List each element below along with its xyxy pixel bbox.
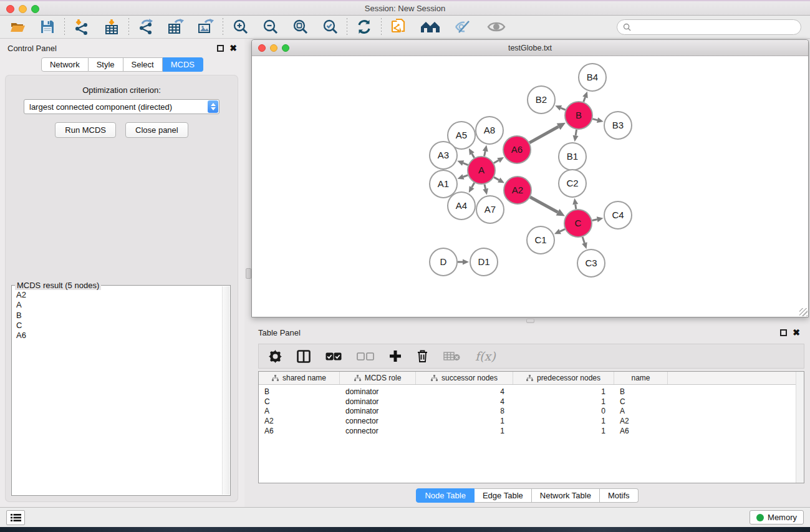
tab-mcds[interactable]: MCDS	[163, 57, 203, 72]
zoom-fit-icon[interactable]	[291, 18, 309, 36]
cell-shared-name[interactable]: A	[259, 407, 340, 415]
cell-successor-nodes[interactable]: 1	[416, 417, 513, 425]
mcds-result-item[interactable]: A6	[16, 331, 230, 341]
graph-edge-B-B4[interactable]	[584, 97, 586, 102]
table-scrollbar[interactable]	[796, 372, 804, 483]
memory-button[interactable]: Memory	[750, 510, 804, 525]
close-window-button[interactable]	[6, 5, 14, 13]
network-window-titlebar[interactable]: testGlobe.txt	[252, 40, 808, 56]
zoom-network-window-button[interactable]	[282, 44, 289, 52]
tab-select[interactable]: Select	[123, 57, 163, 72]
graph-edge-B-B1[interactable]	[576, 130, 576, 136]
cell-shared-name[interactable]: C	[259, 397, 340, 406]
zoom-in-icon[interactable]	[231, 18, 249, 36]
cell-name[interactable]: A	[614, 407, 668, 415]
settings-gear-icon[interactable]	[269, 350, 282, 363]
column-header-MCDS-role[interactable]: MCDS role	[340, 372, 416, 384]
graph-edge-C-C3[interactable]	[582, 237, 584, 243]
close-panel-icon[interactable]: ✖	[229, 45, 237, 52]
mcds-result-item[interactable]: C	[16, 321, 230, 331]
open-session-icon[interactable]	[9, 18, 26, 36]
cell-MCDS-role[interactable]: dominator	[340, 397, 416, 406]
close-network-window-button[interactable]	[258, 44, 266, 52]
minimize-window-button[interactable]	[19, 5, 27, 13]
task-history-button[interactable]	[6, 510, 25, 525]
select-all-checks-icon[interactable]	[325, 352, 342, 360]
graph-edge-A2-C[interactable]	[530, 197, 557, 212]
table-row[interactable]: Cdominator41C	[259, 397, 804, 407]
import-table-icon[interactable]	[103, 18, 120, 36]
tab-style[interactable]: Style	[89, 57, 123, 72]
table-row[interactable]: Adominator80A	[259, 407, 804, 417]
horizontal-splitter[interactable]	[251, 317, 809, 324]
save-session-icon[interactable]	[39, 18, 56, 36]
deselect-all-checks-icon[interactable]	[357, 352, 374, 360]
refresh-layout-icon[interactable]	[355, 18, 373, 36]
window-resize-grip[interactable]	[799, 308, 808, 316]
tab-motifs[interactable]: Motifs	[600, 488, 639, 503]
cell-predecessor-nodes[interactable]: 1	[513, 417, 614, 425]
float-table-panel-icon[interactable]	[780, 329, 787, 336]
graph-edge-A-A7[interactable]	[485, 184, 486, 188]
close-table-panel-icon[interactable]: ✖	[793, 329, 800, 336]
cell-successor-nodes[interactable]: 8	[416, 407, 513, 415]
graph-edge-A-A8[interactable]	[485, 151, 486, 156]
cell-predecessor-nodes[interactable]: 1	[513, 397, 614, 406]
column-header-name[interactable]: name	[614, 372, 668, 384]
search-input[interactable]	[634, 22, 795, 32]
search-field[interactable]	[617, 19, 801, 35]
minimize-network-window-button[interactable]	[270, 44, 277, 52]
column-header-shared-name[interactable]: shared name	[259, 372, 340, 384]
tab-network-table[interactable]: Network Table	[532, 488, 600, 503]
cell-shared-name[interactable]: A2	[259, 417, 340, 425]
cell-MCDS-role[interactable]: dominator	[340, 407, 416, 415]
cell-name[interactable]: B	[614, 387, 668, 396]
graph-edge-A-A4[interactable]	[472, 183, 475, 187]
graph-edge-A-A6[interactable]	[494, 160, 499, 163]
table-row[interactable]: Bdominator41B	[259, 387, 804, 397]
close-panel-button[interactable]: Close panel	[125, 122, 188, 138]
delete-table-icon[interactable]	[443, 351, 460, 361]
column-header-successor-nodes[interactable]: successor nodes	[416, 372, 513, 384]
cell-successor-nodes[interactable]: 4	[416, 387, 513, 396]
cell-successor-nodes[interactable]: 1	[416, 427, 513, 435]
graph-edge-A-A2[interactable]	[494, 177, 499, 180]
horizontal-splitter-handle[interactable]	[526, 319, 534, 323]
zoom-out-icon[interactable]	[261, 18, 279, 36]
cell-predecessor-nodes[interactable]: 1	[513, 387, 614, 396]
cell-name[interactable]: C	[614, 397, 668, 406]
home-icon[interactable]	[420, 18, 441, 36]
cell-shared-name[interactable]: A6	[259, 427, 340, 435]
float-panel-icon[interactable]	[217, 45, 224, 52]
graph-edge-C-C4[interactable]	[592, 220, 597, 221]
mcds-result-item[interactable]: A	[16, 300, 230, 310]
add-column-icon[interactable]	[389, 350, 402, 362]
cell-name[interactable]: A2	[614, 417, 668, 425]
network-canvas[interactable]: B4B2BB3A5A8A6B1A3AA1C2A2A4A7C4CC1C3DD1	[253, 57, 808, 316]
new-network-from-selection-icon[interactable]	[390, 18, 407, 36]
graph-edge-C-C1[interactable]	[560, 229, 565, 231]
cell-predecessor-nodes[interactable]: 0	[513, 407, 614, 415]
delete-column-icon[interactable]	[417, 349, 428, 363]
cell-predecessor-nodes[interactable]: 1	[513, 427, 614, 435]
cell-shared-name[interactable]: B	[259, 387, 340, 396]
function-builder-icon[interactable]: f(x)	[475, 349, 496, 363]
tab-node-table[interactable]: Node Table	[416, 488, 475, 503]
tab-edge-table[interactable]: Edge Table	[475, 488, 532, 503]
cell-name[interactable]: A6	[614, 427, 668, 435]
graph-edge-A-A1[interactable]	[463, 175, 468, 177]
zoom-selected-icon[interactable]	[321, 18, 339, 36]
export-table-icon[interactable]	[167, 18, 185, 36]
result-scrollbar[interactable]	[222, 286, 229, 495]
table-row[interactable]: A6connector11A6	[259, 426, 804, 436]
show-all-icon[interactable]	[486, 18, 507, 36]
run-mcds-button[interactable]: Run MCDS	[55, 122, 116, 138]
tab-network[interactable]: Network	[41, 57, 89, 72]
column-header-predecessor-nodes[interactable]: predecessor nodes	[513, 372, 614, 384]
zoom-window-button[interactable]	[31, 5, 39, 13]
mcds-result-item[interactable]: B	[16, 311, 230, 321]
graph-edge-B-B2[interactable]	[561, 108, 565, 110]
mcds-result-item[interactable]: A2	[16, 290, 230, 300]
graph-edge-A-A5[interactable]	[472, 154, 475, 158]
cell-successor-nodes[interactable]: 4	[416, 397, 513, 406]
